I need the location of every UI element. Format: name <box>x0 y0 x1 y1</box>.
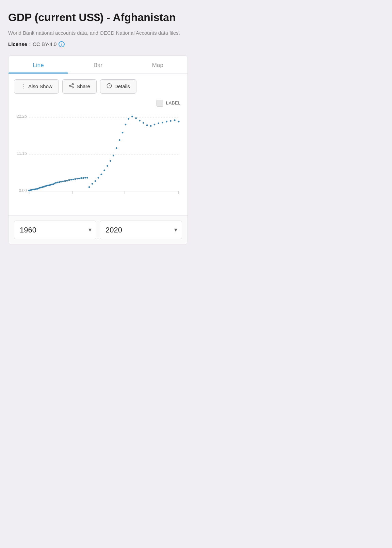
data-point <box>72 179 74 180</box>
tab-line[interactable]: Line <box>9 56 68 74</box>
data-point <box>174 119 176 121</box>
details-icon <box>107 83 112 90</box>
data-point <box>110 160 111 162</box>
chart-card: Line Bar Map ⋮ Also Show Share <box>8 55 188 244</box>
license-value: CC BY-4.0 <box>33 41 56 47</box>
data-point <box>66 180 68 181</box>
tab-map[interactable]: Map <box>128 56 187 74</box>
data-point <box>82 177 84 179</box>
data-point <box>84 177 86 179</box>
license-row: License : CC BY-4.0 i <box>8 41 188 47</box>
data-point <box>158 123 159 124</box>
data-point <box>116 147 117 149</box>
end-year-wrap: 2018 2019 2020 2021 2022 ▾ <box>100 221 182 239</box>
details-button[interactable]: Details <box>100 79 136 94</box>
data-point <box>135 117 137 119</box>
data-point <box>100 174 102 175</box>
data-point <box>143 122 144 124</box>
info-icon[interactable]: i <box>59 41 65 47</box>
data-point <box>150 125 152 127</box>
details-label: Details <box>114 83 130 89</box>
data-point <box>88 186 90 188</box>
data-point <box>74 178 76 180</box>
svg-point-1 <box>69 85 71 86</box>
data-point <box>166 121 167 123</box>
data-point <box>170 120 172 122</box>
data-point <box>119 139 120 141</box>
data-point <box>107 165 108 167</box>
share-icon <box>69 83 74 90</box>
data-point <box>78 178 80 179</box>
data-point <box>98 177 99 179</box>
data-point <box>70 179 72 181</box>
start-year-select[interactable]: 1960 1965 1970 1975 1980 <box>14 221 96 239</box>
svg-line-4 <box>71 84 72 85</box>
line-chart: 22.2b 11.1b 0.00 <box>14 100 182 209</box>
y-axis-bottom: 0.00 <box>19 188 27 193</box>
tabs: Line Bar Map <box>9 56 187 74</box>
y-axis-mid: 11.1b <box>17 151 27 156</box>
data-point <box>60 181 62 182</box>
data-point <box>113 155 114 156</box>
svg-point-0 <box>72 83 74 85</box>
start-year-wrap: 1960 1965 1970 1975 1980 ▾ <box>14 221 96 239</box>
data-source: World Bank national accounts data, and O… <box>8 29 188 37</box>
data-point <box>146 124 148 126</box>
also-show-label: Also Show <box>28 83 52 89</box>
data-point <box>80 177 82 179</box>
chart-area: LABEL 22.2b 11.1b 0.00 <box>9 96 187 215</box>
end-year-select[interactable]: 2018 2019 2020 2021 2022 <box>100 221 182 239</box>
share-button[interactable]: Share <box>62 79 97 94</box>
data-point <box>154 124 156 125</box>
chart-svg-wrapper: 22.2b 11.1b 0.00 <box>14 100 182 210</box>
data-point <box>59 181 60 183</box>
also-show-button[interactable]: ⋮ Also Show <box>14 79 59 94</box>
data-point <box>95 180 96 182</box>
data-point <box>64 180 66 182</box>
data-point <box>125 124 127 125</box>
data-point <box>57 181 59 183</box>
data-point <box>92 183 93 184</box>
data-point <box>139 120 141 122</box>
data-point <box>62 180 64 182</box>
data-point <box>76 178 78 180</box>
data-point <box>68 179 70 181</box>
data-point <box>162 122 163 124</box>
y-axis-top: 22.2b <box>17 114 27 119</box>
license-label: License <box>8 41 27 47</box>
data-point <box>103 170 105 171</box>
also-show-icon: ⋮ <box>20 83 26 90</box>
tab-bar[interactable]: Bar <box>68 56 128 74</box>
svg-point-2 <box>72 87 74 88</box>
toolbar: ⋮ Also Show Share Details <box>9 74 187 96</box>
year-selectors: 1960 1965 1970 1975 1980 ▾ 2018 2019 202… <box>9 215 187 244</box>
data-point <box>86 177 88 179</box>
data-point <box>128 118 129 120</box>
data-point <box>178 121 180 123</box>
page-title: GDP (current US$) - Afghanistan <box>8 11 188 24</box>
svg-line-3 <box>71 86 72 87</box>
data-point <box>55 182 57 183</box>
data-point <box>122 132 124 133</box>
data-point <box>131 116 133 117</box>
share-label: Share <box>77 83 90 89</box>
